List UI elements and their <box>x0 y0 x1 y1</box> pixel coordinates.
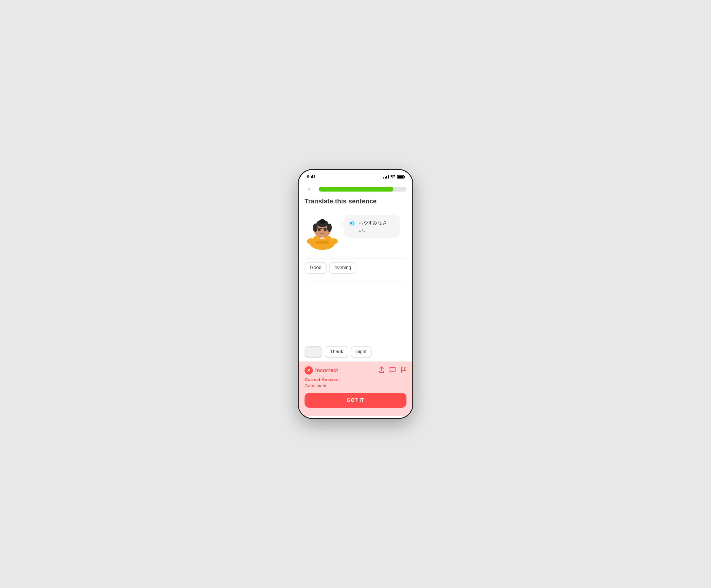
got-it-button[interactable]: GOT IT <box>305 393 406 408</box>
speaker-icon[interactable] <box>348 219 356 227</box>
svg-point-9 <box>307 238 315 244</box>
question-title: Translate this sentence <box>305 198 406 205</box>
character-area: おやすみなさい。 <box>305 212 406 251</box>
app-content: × Translate this sentence <box>299 181 412 416</box>
speech-bubble: おやすみなさい。 <box>344 215 400 238</box>
progress-bar-fill <box>319 187 393 191</box>
svg-point-10 <box>329 238 338 244</box>
correct-answer-label: Correct Answer: <box>305 377 406 382</box>
incorrect-left: ✕ Incorrect <box>305 366 338 375</box>
status-bar: 9:41 <box>299 170 412 181</box>
selected-word-evening[interactable]: evening <box>329 262 357 274</box>
comment-icon[interactable] <box>389 367 396 374</box>
word-bank-divider <box>305 280 406 280</box>
character-illustration <box>305 212 340 251</box>
wifi-icon <box>390 174 395 179</box>
share-icon[interactable] <box>379 366 385 375</box>
close-button[interactable]: × <box>305 184 314 194</box>
japanese-text: おやすみなさい。 <box>359 219 395 233</box>
answer-area: Good evening <box>305 258 406 277</box>
incorrect-icon: ✕ <box>305 366 313 375</box>
word-bank-night[interactable]: night <box>351 346 372 358</box>
word-bank-empty-slot <box>305 346 322 358</box>
app-header: × <box>299 181 412 198</box>
signal-bars-icon <box>383 175 389 179</box>
flag-icon[interactable] <box>401 366 406 375</box>
word-bank-thank[interactable]: Thank <box>325 346 348 358</box>
svg-point-7 <box>318 229 321 231</box>
word-bank: Thank night <box>299 343 412 362</box>
battery-icon <box>397 175 404 179</box>
action-icons <box>379 366 406 375</box>
incorrect-header: ✕ Incorrect <box>305 366 406 375</box>
status-icons <box>383 174 404 179</box>
phone-frame: 9:41 × <box>298 169 413 419</box>
main-area: Translate this sentence <box>299 198 412 343</box>
selected-word-good[interactable]: Good <box>305 262 327 274</box>
selected-words-container: Good evening <box>305 262 406 274</box>
svg-point-5 <box>313 224 318 232</box>
correct-answer-text: Good night. <box>305 383 406 388</box>
feedback-panel: ✕ Incorrect <box>299 362 412 416</box>
svg-rect-11 <box>316 241 329 244</box>
svg-point-6 <box>327 224 332 232</box>
progress-bar <box>319 187 406 191</box>
status-time: 9:41 <box>307 174 316 179</box>
svg-point-8 <box>324 229 326 231</box>
svg-point-4 <box>319 219 325 224</box>
incorrect-text: Incorrect <box>315 367 338 374</box>
